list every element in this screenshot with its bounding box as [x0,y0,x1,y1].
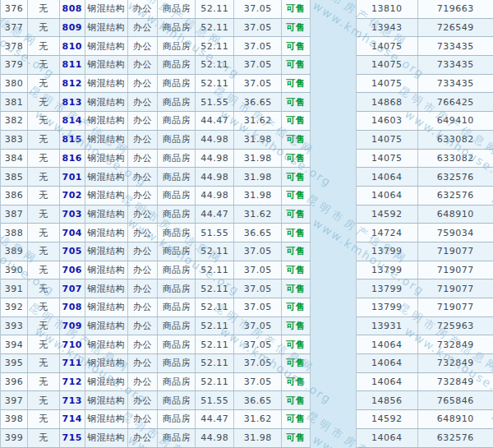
flag-cell: 无 [28,317,60,335]
flag-cell: 无 [28,37,60,55]
category-cell: 商品房 [158,19,196,37]
room-number-link[interactable]: 703 [60,206,85,224]
room-number-link[interactable]: 712 [60,373,85,391]
room-number-link[interactable]: 815 [60,131,85,149]
inner-area-cell: 37.05 [234,298,282,316]
category-cell: 商品房 [158,373,196,391]
build-area-cell: 52.11 [196,354,234,372]
table-row: 14075733435 [357,75,493,94]
inner-area-cell: 37.05 [234,75,282,93]
room-number-link[interactable]: 714 [60,410,85,428]
row-number-cell: 394 [1,335,28,353]
flag-cell: 无 [28,261,60,279]
table-row: 14064632576 [357,168,493,187]
total-price-cell: 649410 [418,112,493,130]
inner-area-cell: 31.98 [234,429,282,447]
unit-price-cell: 13799 [357,279,418,298]
row-number-cell: 378 [1,37,28,55]
table-row: 14064632576 [357,429,493,448]
status-cell: 可售 [282,242,311,261]
status-cell: 可售 [282,75,311,93]
status-cell: 可售 [282,354,311,372]
row-number-cell: 399 [1,429,28,447]
room-number-link[interactable]: 812 [60,75,85,93]
category-cell: 商品房 [158,354,196,372]
table-row: 14868766425 [357,93,493,112]
status-cell: 可售 [282,279,311,298]
structure-cell: 钢混结构 [85,206,128,224]
unit-price-cell: 14856 [357,391,418,409]
room-number-link[interactable]: 708 [60,298,85,316]
room-number-link[interactable]: 713 [60,391,85,409]
room-number-link[interactable]: 816 [60,150,85,168]
room-number-link[interactable]: 814 [60,112,85,130]
status-cell: 可售 [282,0,311,18]
room-number-link[interactable]: 711 [60,354,85,372]
row-number-cell: 391 [1,279,28,298]
category-cell: 商品房 [158,410,196,428]
flag-cell: 无 [28,75,60,93]
status-cell: 可售 [282,56,311,74]
table-row: 383无815钢混结构办公商品房44.9831.98可售 [1,131,311,150]
unit-price-cell: 14075 [357,150,418,168]
structure-cell: 钢混结构 [85,131,128,149]
build-area-cell: 44.98 [196,187,234,205]
room-number-link[interactable]: 704 [60,224,85,242]
unit-price-cell: 14064 [357,168,418,186]
total-price-cell: 726549 [418,19,493,37]
total-price-cell: 632576 [418,187,493,205]
table-row: 385无701钢混结构办公商品房44.9831.98可售 [1,168,311,187]
unit-price-cell: 14064 [357,187,418,205]
row-number-cell: 376 [1,0,28,18]
usage-cell: 办公 [128,168,159,186]
total-price-cell: 719077 [418,279,493,298]
structure-cell: 钢混结构 [85,354,128,372]
room-number-link[interactable]: 808 [60,0,85,18]
room-number-link[interactable]: 709 [60,317,85,335]
room-number-link[interactable]: 715 [60,429,85,447]
inner-area-cell: 37.05 [234,37,282,55]
table-row: 13799719077 [357,279,493,298]
table-row: 388无704钢混结构办公商品房51.5536.65可售 [1,224,311,242]
structure-cell: 钢混结构 [85,298,128,316]
table-row: 377无809钢混结构办公商品房52.1137.05可售 [1,19,311,38]
status-cell: 可售 [282,335,311,353]
usage-cell: 办公 [128,75,159,93]
inner-area-cell: 37.05 [234,56,282,74]
room-number-link[interactable]: 710 [60,335,85,353]
room-number-link[interactable]: 810 [60,37,85,55]
status-cell: 可售 [282,224,311,242]
status-cell: 可售 [282,391,311,409]
table-row: 397无713钢混结构办公商品房51.5536.65可售 [1,391,311,410]
row-number-cell: 380 [1,75,28,93]
table-row: 14075733435 [357,56,493,75]
room-number-link[interactable]: 813 [60,93,85,111]
table-row: 14075633082 [357,150,493,169]
room-number-link[interactable]: 702 [60,187,85,205]
category-cell: 商品房 [158,391,196,409]
room-number-link[interactable]: 705 [60,242,85,261]
table-row: 391无707钢混结构办公商品房52.1137.05可售 [1,279,311,298]
room-number-link[interactable]: 706 [60,261,85,279]
status-cell: 可售 [282,410,311,428]
table-row: 14856765846 [357,391,493,410]
inner-area-cell: 31.98 [234,168,282,186]
room-number-link[interactable]: 809 [60,19,85,37]
table-row: 379无811钢混结构办公商品房52.1137.05可售 [1,56,311,75]
structure-cell: 钢混结构 [85,279,128,298]
usage-cell: 办公 [128,37,159,55]
inner-area-cell: 36.65 [234,224,282,242]
room-number-link[interactable]: 701 [60,168,85,186]
build-area-cell: 44.47 [196,410,234,428]
category-cell: 商品房 [158,93,196,111]
usage-cell: 办公 [128,354,159,372]
table-row: 389无705钢混结构办公商品房52.1137.05可售 [1,242,311,261]
row-number-cell: 388 [1,224,28,242]
inner-area-cell: 37.05 [234,242,282,261]
category-cell: 商品房 [158,112,196,130]
unit-price-cell: 14064 [357,354,418,372]
status-cell: 可售 [282,187,311,205]
room-number-link[interactable]: 811 [60,56,85,74]
category-cell: 商品房 [158,75,196,93]
room-number-link[interactable]: 707 [60,279,85,298]
